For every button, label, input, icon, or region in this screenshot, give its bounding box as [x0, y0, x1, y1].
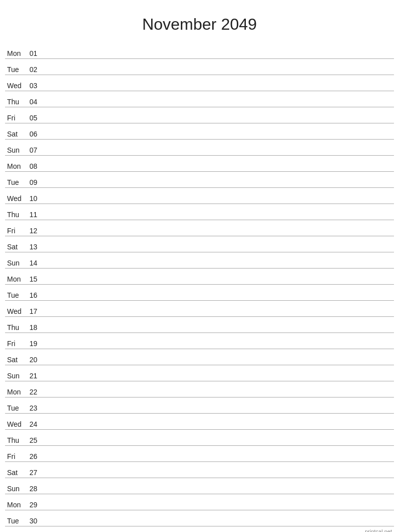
day-name: Thu: [5, 211, 26, 219]
day-number: 20: [26, 356, 41, 364]
day-name: Mon: [5, 501, 26, 509]
day-number: 22: [26, 388, 41, 396]
day-name: Tue: [5, 178, 26, 186]
day-line: [41, 73, 394, 74]
day-line: [41, 508, 394, 509]
day-number: 17: [26, 307, 41, 315]
day-line: [41, 412, 394, 412]
day-name: Sat: [5, 243, 26, 251]
day-name: Mon: [5, 162, 26, 170]
day-row: Wed10: [5, 188, 394, 204]
day-number: 04: [26, 98, 41, 106]
day-name: Sat: [5, 356, 26, 364]
day-line: [41, 460, 394, 460]
day-name: Sun: [5, 372, 26, 380]
day-row: Mon15: [5, 269, 394, 285]
day-name: Sat: [5, 469, 26, 477]
day-row: Tue30: [5, 510, 394, 526]
day-number: 14: [26, 259, 41, 267]
day-line: [41, 138, 394, 138]
day-name: Fri: [5, 452, 26, 460]
page: November 2049 Mon01Tue02Wed03Thu04Fri05S…: [0, 0, 399, 532]
day-number: 21: [26, 372, 41, 380]
day-number: 30: [26, 517, 41, 525]
day-row: Fri05: [5, 107, 394, 123]
day-number: 01: [26, 49, 41, 57]
day-row: Thu04: [5, 91, 394, 107]
day-row: Thu11: [5, 204, 394, 220]
day-name: Wed: [5, 420, 26, 428]
day-line: [41, 234, 394, 235]
day-name: Fri: [5, 227, 26, 235]
day-number: 08: [26, 162, 41, 170]
day-row: Mon22: [5, 381, 394, 397]
day-row: Tue02: [5, 59, 394, 75]
day-number: 28: [26, 485, 41, 493]
day-name: Wed: [5, 82, 26, 90]
day-name: Sun: [5, 259, 26, 267]
day-line: [41, 395, 394, 396]
day-line: [41, 444, 394, 444]
day-row: Fri26: [5, 446, 394, 462]
day-name: Sat: [5, 130, 26, 138]
day-number: 10: [26, 194, 41, 203]
day-row: Sat20: [5, 349, 394, 365]
day-row: Sun07: [5, 140, 394, 156]
day-name: Mon: [5, 49, 26, 57]
day-number: 03: [26, 82, 41, 90]
day-number: 26: [26, 452, 41, 460]
day-row: Mon08: [5, 156, 394, 172]
day-name: Thu: [5, 98, 26, 106]
day-line: [41, 121, 394, 122]
day-name: Tue: [5, 65, 26, 74]
day-row: Fri19: [5, 333, 394, 349]
day-line: [41, 363, 394, 364]
day-name: Wed: [5, 194, 26, 203]
day-number: 16: [26, 291, 41, 299]
day-name: Fri: [5, 114, 26, 122]
day-line: [41, 267, 394, 267]
day-number: 13: [26, 243, 41, 251]
day-line: [41, 250, 394, 251]
day-line: [41, 299, 394, 299]
day-name: Thu: [5, 436, 26, 444]
day-line: [41, 57, 394, 57]
page-title: November 2049: [5, 10, 394, 34]
day-number: 25: [26, 436, 41, 444]
day-line: [41, 186, 394, 186]
day-name: Mon: [5, 388, 26, 396]
day-line: [41, 89, 394, 90]
day-name: Tue: [5, 404, 26, 412]
day-line: [41, 283, 394, 283]
day-row: Mon01: [5, 43, 394, 59]
day-row: Tue16: [5, 285, 394, 301]
day-row: Wed24: [5, 414, 394, 430]
day-row: Fri12: [5, 220, 394, 236]
day-name: Sun: [5, 485, 26, 493]
calendar-rows: Mon01Tue02Wed03Thu04Fri05Sat06Sun07Mon08…: [5, 43, 394, 526]
day-line: [41, 428, 394, 428]
day-name: Thu: [5, 323, 26, 331]
day-line: [41, 331, 394, 331]
day-line: [41, 347, 394, 348]
day-number: 09: [26, 178, 41, 186]
day-number: 15: [26, 275, 41, 283]
day-number: 27: [26, 469, 41, 477]
day-number: 12: [26, 227, 41, 235]
day-line: [41, 218, 394, 219]
day-number: 07: [26, 146, 41, 154]
day-line: [41, 379, 394, 380]
day-line: [41, 492, 394, 493]
day-line: [41, 105, 394, 106]
day-row: Sat13: [5, 236, 394, 252]
day-name: Fri: [5, 340, 26, 348]
day-row: Sat27: [5, 462, 394, 478]
day-row: Mon29: [5, 494, 394, 510]
day-line: [41, 315, 394, 315]
day-number: 19: [26, 340, 41, 348]
day-name: Tue: [5, 517, 26, 525]
day-line: [41, 170, 394, 170]
day-name: Wed: [5, 307, 26, 315]
watermark: printcal.net: [365, 528, 392, 532]
day-number: 18: [26, 323, 41, 331]
